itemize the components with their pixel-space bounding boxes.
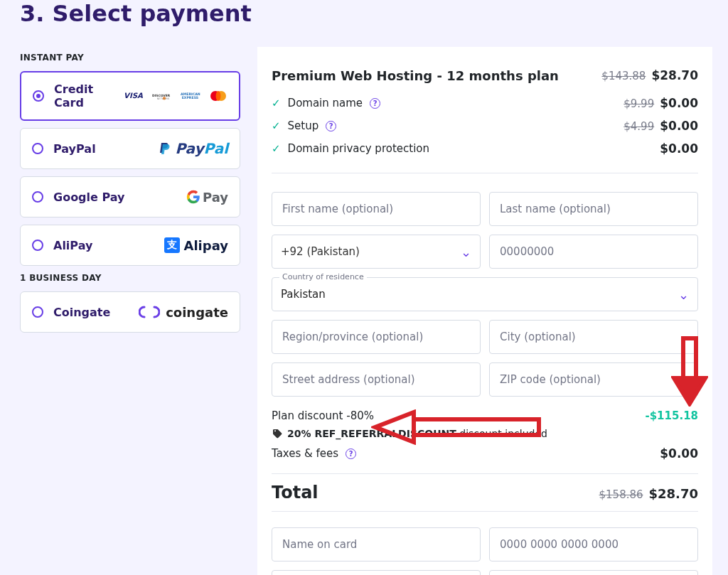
coingate-text: coingate [166,305,228,320]
phone-input[interactable] [498,244,689,259]
total-price: $28.70 [649,486,698,501]
domain-label: Domain name [288,97,363,109]
total-old-price: $158.86 [599,488,643,501]
zip-input[interactable] [498,372,689,387]
line-item-domain: ✓ Domain name ? $9.99 $0.00 [272,92,698,114]
plan-title: Premium Web Hosting - 12 months plan [272,68,559,83]
expiry-field[interactable] [272,570,481,575]
line-item-privacy: ✓ Domain privacy protection $0.00 [272,137,698,160]
tag-icon [272,428,283,439]
paypal-label: PayPal [53,142,96,156]
total-label: Total [272,483,318,503]
coingate-label: Coingate [53,306,110,319]
domain-price: $0.00 [660,96,698,110]
svg-text:VISA: VISA [124,92,143,100]
setup-old-price: $4.99 [623,120,654,133]
domain-old-price: $9.99 [623,97,654,110]
paypal-text-pal: Pal [204,140,228,157]
card-form [272,527,698,575]
name-on-card-input[interactable] [281,537,471,552]
alipay-label: AliPay [53,239,92,252]
check-icon: ✓ [272,97,281,109]
plan-price: $28.70 [651,68,698,82]
radio-credit-card [33,90,44,102]
discover-icon: DISCOVERNETWORK [152,90,176,102]
setup-label: Setup [288,119,319,132]
phone-field[interactable] [489,235,698,269]
last-name-input[interactable] [498,202,689,216]
payment-option-google-pay[interactable]: Google Pay Pay [20,176,240,217]
credit-card-label: Credit Card [54,82,124,109]
separator [272,173,698,173]
region-field[interactable] [272,320,481,354]
paypal-p-icon [159,141,171,156]
separator [272,511,698,512]
street-input[interactable] [281,372,471,387]
zip-field[interactable] [489,362,698,397]
payment-option-paypal[interactable]: PayPal PayPal [20,128,240,169]
street-field[interactable] [272,362,481,397]
alipay-text: Alipay [184,238,228,253]
section-heading: 3. Select payment [20,0,728,27]
country-value: Pakistan [281,288,678,301]
mastercard-icon [209,90,228,102]
help-icon[interactable]: ? [370,98,380,109]
help-icon[interactable]: ? [326,121,336,131]
card-number-input[interactable] [498,537,689,552]
alipay-square-icon: 支 [164,237,180,253]
amex-icon: AMERICANEXPRESS [181,90,205,102]
privacy-label: Domain privacy protection [288,142,429,155]
coingate-logo: coingate [139,305,228,320]
google-pay-label: Google Pay [53,190,125,204]
billing-form: +92 (Pakistan) ⌄ Country of residence Pa… [272,192,698,397]
radio-coingate [32,306,43,318]
coupon-line: 20% REF_REFERRALDISCOUNT discount includ… [272,428,698,439]
card-number-field[interactable] [489,527,698,561]
google-g-icon [186,190,200,204]
gpay-text: Pay [203,190,228,205]
region-input[interactable] [281,330,471,344]
alipay-logo: 支 Alipay [164,237,228,253]
privacy-price: $0.00 [660,141,698,156]
radio-alipay [32,240,43,251]
dial-code-value: +92 (Pakistan) [281,245,461,258]
help-icon[interactable]: ? [346,448,356,459]
paypal-text-pay: Pay [175,140,203,157]
cvc-field[interactable] [489,570,698,575]
check-icon: ✓ [272,142,281,155]
coupon-code: REF_REFERRALDISCOUNT [314,428,456,439]
svg-text:AMERICAN: AMERICAN [181,92,200,96]
paypal-logo: PayPal [159,140,228,157]
first-name-input[interactable] [281,202,471,216]
svg-text:DISCOVER: DISCOVER [152,94,171,97]
instant-pay-label: INSTANT PAY [20,53,240,63]
google-pay-logo: Pay [186,190,228,205]
taxes-label: Taxes & fees [272,447,338,460]
radio-google-pay [32,191,43,203]
separator [272,473,698,474]
coupon-tail: discount included [456,428,547,439]
city-field[interactable] [489,320,698,354]
order-summary-panel: Premium Web Hosting - 12 months plan $14… [257,47,712,575]
coupon-percent: 20% [287,428,314,439]
city-input[interactable] [498,330,689,344]
check-icon: ✓ [272,119,281,132]
chevron-down-icon: ⌄ [678,287,689,302]
payment-methods-sidebar: INSTANT PAY Credit Card VISA DISCOVERNET… [20,47,240,340]
plan-discount-label: Plan discount -80% [272,409,374,422]
setup-price: $0.00 [660,119,698,133]
payment-option-alipay[interactable]: AliPay 支 Alipay [20,225,240,266]
payment-option-credit-card[interactable]: Credit Card VISA DISCOVERNETWORK AMERICA… [20,71,240,121]
dial-code-select[interactable]: +92 (Pakistan) ⌄ [272,235,481,269]
name-on-card-field[interactable] [272,527,481,561]
last-name-field[interactable] [489,192,698,226]
chevron-down-icon: ⌄ [461,244,471,259]
payment-option-coingate[interactable]: Coingate coingate [20,291,240,333]
country-select[interactable]: Country of residence Pakistan ⌄ [272,277,698,311]
first-name-field[interactable] [272,192,481,226]
line-item-setup: ✓ Setup ? $4.99 $0.00 [272,114,698,137]
country-float-label: Country of residence [279,272,367,281]
svg-text:NETWORK: NETWORK [157,97,170,100]
svg-text:EXPRESS: EXPRESS [182,96,199,100]
radio-paypal [32,143,43,154]
